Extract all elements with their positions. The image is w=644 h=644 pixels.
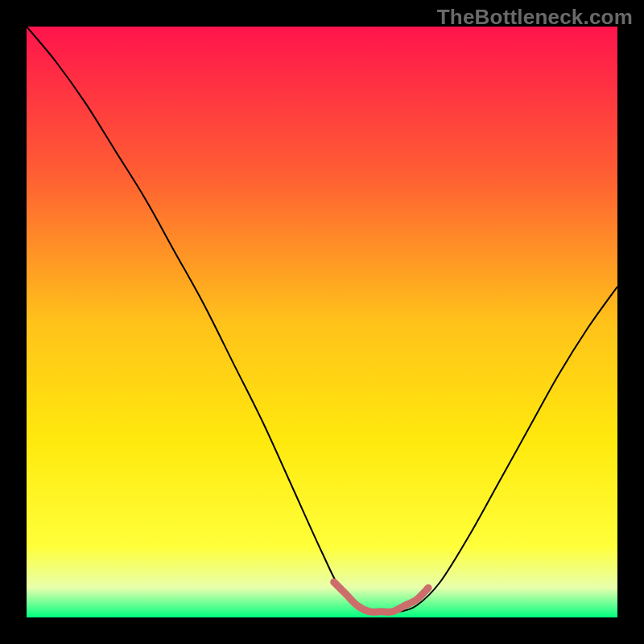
chart-background: [27, 27, 617, 617]
plot-area: [27, 27, 617, 617]
chart-frame: TheBottleneck.com: [0, 0, 644, 644]
watermark-text: TheBottleneck.com: [437, 5, 633, 30]
chart-svg: [27, 27, 617, 617]
